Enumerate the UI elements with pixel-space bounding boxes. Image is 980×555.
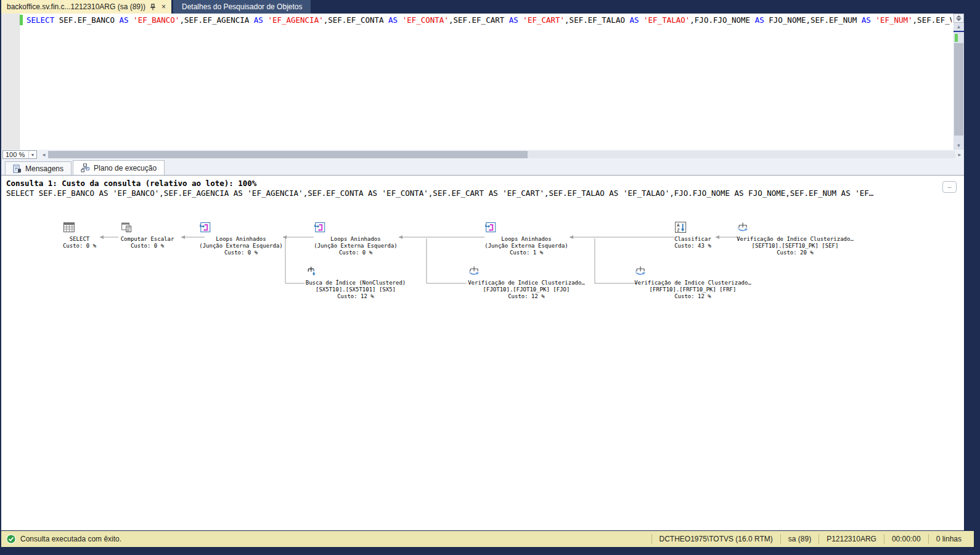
sql-token: AS <box>862 15 871 25</box>
plan-node-label: Custo: 0 % <box>199 249 282 256</box>
tab-execution-plan-label: Plano de execução <box>94 164 157 172</box>
plan-node-label: Custo: 12 % <box>634 293 751 300</box>
sql-token: AS <box>755 15 764 25</box>
plan-node-label: Custo: 1 % <box>484 249 568 256</box>
sql-token: AS <box>254 15 263 25</box>
tab-execution-plan[interactable]: Plano de execução <box>73 160 165 175</box>
nested-loops-icon <box>349 221 362 233</box>
plan-node-label: [FRFT10].[FRFT10_PK] [FRF] <box>634 286 751 293</box>
sql-token: AS <box>629 15 639 25</box>
sql-token: ,SEF.EF_TALAO <box>565 15 629 25</box>
sql-token: AS <box>388 15 398 25</box>
sql-token <box>398 15 402 25</box>
status-login: sa (89) <box>780 534 819 544</box>
elbow-scanfjo-nestedloops2 <box>427 238 467 283</box>
sql-token: 'EF_BANCO' <box>133 15 179 25</box>
plan-node-nested-loops-3[interactable]: Loops Aninhados(Junção Externa Esquerda)… <box>484 221 568 256</box>
plan-node-nested-loops-1[interactable]: Loops Aninhados(Junção Externa Esquerda)… <box>199 221 282 256</box>
nested-loops-icon <box>520 221 533 233</box>
editor-vertical-scrollbar[interactable]: ▲ ▼ <box>953 14 964 150</box>
status-message: Consulta executada com êxito. <box>20 535 121 543</box>
compute-scalar-icon <box>141 221 153 233</box>
plan-node-index-seek-sx5[interactable]: Busca de Índice (NonClustered)[SX5T10].[… <box>306 265 406 300</box>
clustered-index-scan-icon <box>687 265 699 277</box>
plan-node-label: Classificar <box>674 236 711 243</box>
plan-node-label: [SX5T10].[SX5T101] [SX5] <box>306 286 406 293</box>
status-right-items: DCTHEO1975\TOTVS (16.0 RTM)sa (89)P12123… <box>651 531 969 547</box>
sql-token: 'EF_AGENCIA' <box>267 15 323 25</box>
tab-object-explorer-details[interactable]: Detalhes do Pesquisador de Objetos <box>173 0 311 14</box>
scroll-down-arrow[interactable]: ▼ <box>953 142 964 150</box>
vertical-scroll-thumb[interactable] <box>954 43 963 136</box>
select-operator-icon <box>73 221 86 233</box>
plan-node-label: (Junção Externa Esquerda) <box>484 243 568 249</box>
plan-node-label: [SEFT10].[SEFT10_PK] [SEF] <box>737 243 854 249</box>
pin-icon[interactable] <box>150 4 156 10</box>
plan-node-label: Custo: 0 % <box>63 243 96 249</box>
plan-node-label: Computar Escalar <box>121 236 174 243</box>
plan-node-label: SELECT <box>63 236 96 243</box>
plan-node-label: Verificação de Indice Clusterizado… <box>468 280 585 286</box>
sql-token: ,SEF.EF_CONTA <box>324 15 388 25</box>
plan-node-label: Verificação de Indice Clusterizado… <box>634 280 751 286</box>
execution-plan-icon <box>81 163 90 172</box>
ssms-window: backoffice.sv.fin.c...1212310ARG (sa (89… <box>0 0 980 555</box>
success-check-icon <box>6 534 16 544</box>
plan-node-label: Custo: 20 % <box>737 249 854 256</box>
plan-node-clustered-index-scan-frf[interactable]: Verificação de Indice Clusterizado…[FRFT… <box>634 265 751 300</box>
plan-node-label: Loops Aninhados <box>199 236 282 243</box>
plan-node-nested-loops-2[interactable]: Loops Aninhados(Junção Externa Esquerda)… <box>314 221 397 256</box>
chevron-down-icon[interactable]: ▼ <box>28 151 36 158</box>
sql-token: 'EF_CONTA' <box>402 15 449 25</box>
horizontal-scroll-thumb[interactable] <box>48 151 528 158</box>
editor-horizontal-scrollbar[interactable] <box>48 151 955 158</box>
scroll-up-arrow[interactable]: ▲ <box>953 23 964 31</box>
plan-node-label: Custo: 43 % <box>674 243 711 249</box>
change-marker <box>955 34 958 42</box>
sql-token <box>129 15 134 25</box>
sql-token: 'EF_TALAO' <box>643 15 690 25</box>
plan-node-sort[interactable]: AZClassificarCusto: 43 % <box>674 221 711 249</box>
scroll-left-arrow[interactable]: ◄ <box>39 150 48 160</box>
document-tab-bar: backoffice.sv.fin.c...1212310ARG (sa (89… <box>1 0 964 14</box>
change-tracking-bar <box>20 15 23 25</box>
sql-code-line[interactable]: SELECT SEF.EF_BANCO AS 'EF_BANCO',SEF.EF… <box>27 15 952 25</box>
plan-node-label: Custo: 12 % <box>468 293 585 300</box>
scroll-right-arrow[interactable]: ► <box>955 150 964 160</box>
clustered-index-scan-icon <box>520 265 533 277</box>
split-window-handle[interactable] <box>953 14 964 23</box>
sql-token: ,SEF.EF_AGENCIA <box>179 15 253 25</box>
editor-gutter <box>1 14 20 150</box>
sql-token: AS <box>509 15 518 25</box>
tab-query-document[interactable]: backoffice.sv.fin.c...1212310ARG (sa (89… <box>1 0 171 14</box>
sql-token: FJO_NOME,SEF.EF_NUM <box>764 15 862 25</box>
sql-token: ,SEF.EF_VALOR <box>913 15 952 25</box>
status-server: DCTHEO1975\TOTVS (16.0 RTM) <box>651 534 780 544</box>
plan-node-compute-scalar[interactable]: Computar EscalarCusto: 0 % <box>121 221 174 249</box>
sql-editor[interactable]: SELECT SEF.EF_BANCO AS 'EF_BANCO',SEF.EF… <box>1 14 964 150</box>
zoom-level-combo[interactable]: 100 % ▼ <box>2 150 37 159</box>
vertical-scroll-track[interactable] <box>953 31 964 142</box>
plan-node-label: Custo: 0 % <box>121 243 174 249</box>
messages-icon <box>13 164 22 173</box>
nested-loops-icon <box>235 221 247 233</box>
tab-query-label: backoffice.sv.fin.c...1212310ARG (sa (89… <box>7 2 145 11</box>
editor-bottom-bar: 100 % ▼ ◄ ► <box>1 150 964 160</box>
sql-token: AS <box>120 15 129 25</box>
plan-node-clustered-index-scan-sef[interactable]: Verificação de Indice Clusterizado…[SEFT… <box>737 221 854 256</box>
sql-token: SEF.EF_BANCO <box>54 15 119 25</box>
status-duration: 00:00:00 <box>884 534 928 544</box>
plan-node-select[interactable]: SELECTCusto: 0 % <box>63 221 96 249</box>
sql-token: ,FJO.FJO_NOME <box>690 15 754 25</box>
plan-node-label: Custo: 0 % <box>314 249 397 256</box>
plan-node-label: Loops Aninhados <box>314 236 397 243</box>
sql-token <box>639 15 644 25</box>
plan-node-label: Loops Aninhados <box>484 236 568 243</box>
plan-node-clustered-index-scan-fjo[interactable]: Verificação de Indice Clusterizado…[FJOT… <box>468 265 585 300</box>
status-database: P1212310ARG <box>819 534 884 544</box>
tab-messages[interactable]: Mensagens <box>5 161 71 175</box>
plan-node-label: Verificação de Indice Clusterizado… <box>737 236 854 243</box>
execution-plan-pane[interactable]: Consulta 1: Custo da consulta (relativo … <box>1 175 964 530</box>
close-icon[interactable]: × <box>160 2 167 11</box>
index-seek-icon <box>349 265 362 277</box>
